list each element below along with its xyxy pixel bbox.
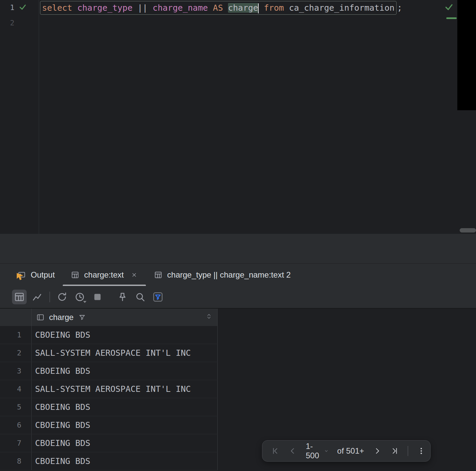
inspections-ok-check-icon[interactable] bbox=[444, 2, 454, 12]
tab-output[interactable]: Output bbox=[9, 264, 63, 286]
table-row[interactable]: 4SALL-SYSTEM AEROSPACE INT'L INC bbox=[0, 380, 218, 398]
filter-rows-button[interactable] bbox=[151, 290, 165, 304]
filter-rows-icon bbox=[152, 291, 164, 303]
row-number: 4 bbox=[0, 380, 32, 398]
busy-cursor-icon bbox=[16, 272, 25, 281]
grid-body: 1CBOEING BDS2SALL-SYSTEM AEROSPACE INT'L… bbox=[0, 326, 218, 470]
column-filter-icon[interactable] bbox=[78, 313, 86, 321]
result-tab-bar: Output charge:text bbox=[0, 263, 476, 286]
sql-statement-line[interactable]: select charge_type || charge_name AS cha… bbox=[40, 1, 402, 15]
sql-token bbox=[208, 3, 213, 13]
tab-charge-text-label: charge:text bbox=[84, 270, 124, 280]
chart-view-icon bbox=[31, 291, 43, 303]
row-number: 3 bbox=[0, 362, 32, 380]
output-icon bbox=[17, 271, 26, 279]
search-icon bbox=[135, 291, 146, 303]
history-button[interactable] bbox=[72, 290, 87, 304]
column-header-charge[interactable]: charge bbox=[32, 309, 218, 326]
row-number: 2 bbox=[0, 344, 32, 362]
gutter-divider bbox=[39, 0, 39, 234]
sort-icon[interactable] bbox=[205, 313, 213, 322]
last-page-button[interactable] bbox=[390, 447, 399, 455]
refresh-icon bbox=[56, 291, 68, 303]
column-header-label: charge bbox=[49, 313, 73, 322]
cell-charge[interactable]: CBOEING BDS bbox=[32, 452, 218, 470]
table-row[interactable]: 6CBOEING BDS bbox=[0, 416, 218, 434]
sql-token: AS bbox=[213, 3, 223, 13]
sql-tokens: select charge_type || charge_name AS cha… bbox=[42, 1, 395, 14]
cell-charge[interactable]: CBOEING BDS bbox=[32, 362, 218, 380]
cell-charge[interactable]: CBOEING BDS bbox=[32, 434, 218, 452]
grid-toolbar bbox=[0, 286, 476, 308]
tab-charge-text[interactable]: charge:text bbox=[63, 264, 146, 286]
find-button[interactable] bbox=[133, 290, 148, 304]
sql-token: charge bbox=[228, 3, 258, 13]
sql-token: ca_charge_information bbox=[289, 3, 395, 13]
cell-charge[interactable]: SALL-SYSTEM AEROSPACE INT'L INC bbox=[32, 380, 218, 398]
next-page-button[interactable] bbox=[373, 447, 382, 455]
pagination-divider bbox=[408, 446, 408, 456]
table-view-button[interactable] bbox=[12, 290, 27, 304]
previous-page-button[interactable] bbox=[288, 447, 297, 455]
row-number: 1 bbox=[0, 326, 32, 344]
sql-token bbox=[133, 3, 138, 13]
horizontal-scrollbar-thumb[interactable] bbox=[460, 228, 476, 232]
table-row[interactable]: 1CBOEING BDS bbox=[0, 326, 218, 344]
pagination-bar: 1-500 of 501+ bbox=[262, 440, 431, 462]
sql-statement-highlight[interactable]: select charge_type || charge_name AS cha… bbox=[40, 1, 397, 15]
sql-token: select bbox=[42, 3, 72, 13]
editor-toolwindow-splitter[interactable] bbox=[0, 234, 476, 263]
chart-view-button[interactable] bbox=[30, 290, 44, 304]
tab-charge-type-concat[interactable]: charge_type || charge_name:text 2 bbox=[146, 264, 299, 286]
chevron-down-icon bbox=[324, 448, 328, 454]
total-rows-label: of 501+ bbox=[337, 446, 364, 456]
statement-success-check-icon bbox=[18, 3, 27, 11]
sql-semicolon: ; bbox=[397, 1, 402, 14]
stop-button[interactable] bbox=[90, 290, 105, 304]
table-row[interactable]: 5CBOEING BDS bbox=[0, 398, 218, 416]
services-toolwindow: Output charge:text bbox=[0, 263, 476, 471]
tab-charge-type-concat-label: charge_type || charge_name:text 2 bbox=[167, 270, 291, 280]
table-row[interactable]: 8CBOEING BDS bbox=[0, 452, 218, 470]
close-icon[interactable] bbox=[131, 271, 138, 279]
sql-token bbox=[284, 3, 289, 13]
database-ide-window: 1 2 select charge_type || charge_name AS… bbox=[0, 0, 476, 471]
table-row[interactable]: 7CBOEING BDS bbox=[0, 434, 218, 452]
sql-editor[interactable]: 1 2 select charge_type || charge_name AS… bbox=[0, 0, 476, 234]
table-view-icon bbox=[14, 291, 25, 303]
kebab-menu-icon[interactable] bbox=[417, 447, 426, 455]
table-icon bbox=[71, 271, 79, 279]
sql-token: charge_type bbox=[77, 3, 133, 13]
table-row[interactable]: 3CBOEING BDS bbox=[0, 362, 218, 380]
sql-token: || bbox=[138, 3, 148, 13]
line-number-2: 2 bbox=[10, 19, 14, 27]
pin-icon bbox=[117, 291, 128, 303]
inspections-status-bar bbox=[446, 17, 457, 19]
page-range-dropdown[interactable]: 1-500 bbox=[306, 442, 328, 460]
cell-charge[interactable]: SALL-SYSTEM AEROSPACE INT'L INC bbox=[32, 344, 218, 362]
sql-token bbox=[148, 3, 153, 13]
sql-token bbox=[72, 3, 77, 13]
history-dropdown-arrow-icon bbox=[83, 301, 86, 303]
sql-token: charge_name bbox=[153, 3, 208, 13]
cell-charge[interactable]: CBOEING BDS bbox=[32, 326, 218, 344]
page-range-label: 1-500 bbox=[306, 442, 321, 460]
refresh-button[interactable] bbox=[55, 290, 69, 304]
stop-icon bbox=[92, 291, 103, 303]
pin-tab-button[interactable] bbox=[115, 290, 130, 304]
cell-charge[interactable]: CBOEING BDS bbox=[32, 416, 218, 434]
sql-token: from bbox=[264, 3, 284, 13]
row-number: 5 bbox=[0, 398, 32, 416]
line-number-1: 1 bbox=[10, 3, 14, 12]
row-number-header-cell[interactable] bbox=[0, 309, 32, 326]
editor-right-strip bbox=[457, 0, 476, 110]
table-row[interactable]: 2SALL-SYSTEM AEROSPACE INT'L INC bbox=[0, 344, 218, 362]
row-number: 6 bbox=[0, 416, 32, 434]
row-number: 7 bbox=[0, 434, 32, 452]
row-number: 8 bbox=[0, 452, 32, 470]
table-icon bbox=[154, 271, 163, 279]
toolbar-divider bbox=[49, 292, 50, 302]
first-page-button[interactable] bbox=[271, 447, 280, 455]
cell-charge[interactable]: CBOEING BDS bbox=[32, 398, 218, 416]
tab-output-label: Output bbox=[31, 270, 55, 280]
